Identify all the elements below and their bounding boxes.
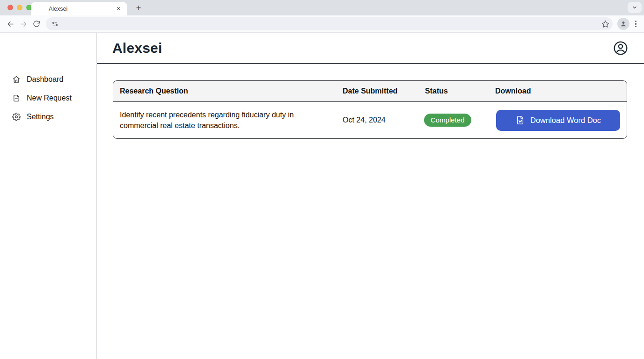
page-body: Dashboard New Request Settings Alexsei [0,33,644,359]
document-icon [12,94,21,102]
tab-search-button[interactable] [628,2,642,13]
back-button[interactable] [4,17,17,30]
date-submitted-cell: Oct 24, 2024 [336,116,418,124]
sidebar-item-new-request[interactable]: New Request [0,89,96,108]
main-content: Alexsei Research Question Date Submitted… [97,33,644,359]
page-header: Alexsei [97,33,644,64]
sidebar-item-label: Dashboard [27,75,63,84]
back-arrow-icon [7,20,15,28]
column-header-date-submitted: Date Submitted [336,87,418,95]
home-icon [12,75,21,84]
sidebar-item-label: New Request [27,94,72,102]
download-cell: Download Word Doc [489,110,627,131]
sidebar-item-dashboard[interactable]: Dashboard [0,70,96,89]
profile-icon [620,20,627,28]
status-cell: Completed [418,114,489,127]
browser-window: Alexsei × + [0,0,644,359]
toolbar-actions [617,18,639,30]
browser-toolbar [0,15,644,33]
tab-strip: Alexsei × + [0,0,644,15]
forward-arrow-icon [20,20,28,28]
download-button-label: Download Word Doc [530,116,601,125]
column-header-research-question: Research Question [113,87,336,95]
table-row: Identify recent precedents regarding fid… [113,102,627,138]
column-header-download: Download [489,87,627,95]
tune-icon[interactable] [51,20,59,28]
window-controls [7,5,32,10]
minimize-window-button[interactable] [17,5,22,10]
forward-button[interactable] [17,17,30,30]
tab-title: Alexsei [49,6,67,12]
sidebar-item-label: Settings [27,113,54,121]
tab-close-icon[interactable]: × [114,4,123,13]
word-doc-icon [515,115,525,126]
address-bar[interactable] [46,17,613,30]
sidebar-item-settings[interactable]: Settings [0,108,96,126]
sidebar: Dashboard New Request Settings [0,33,97,359]
browser-menu-button[interactable] [632,18,639,30]
content-area: Research Question Date Submitted Status … [97,64,644,139]
close-window-button[interactable] [7,5,13,10]
reload-button[interactable] [30,17,43,30]
gear-icon [12,113,21,121]
column-header-status: Status [418,87,489,95]
reload-icon [33,20,40,28]
research-question-cell: Identify recent precedents regarding fid… [113,109,308,131]
user-avatar-button[interactable] [613,40,629,56]
new-tab-button[interactable]: + [132,2,145,14]
bookmark-star-icon[interactable] [601,20,610,29]
download-word-doc-button[interactable]: Download Word Doc [496,110,620,131]
table-header-row: Research Question Date Submitted Status … [113,81,627,102]
browser-tab[interactable]: Alexsei × [31,2,127,15]
user-avatar-icon [613,40,629,56]
chevron-down-icon [632,5,637,10]
status-badge: Completed [424,114,471,127]
requests-table: Research Question Date Submitted Status … [113,80,627,139]
browser-profile-button[interactable] [617,18,629,30]
page-title: Alexsei [112,40,162,56]
